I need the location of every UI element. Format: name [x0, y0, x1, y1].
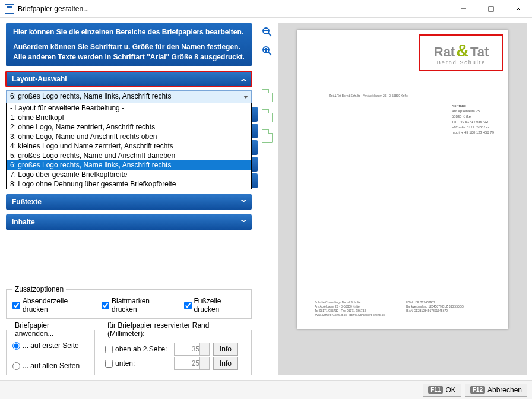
tool-column [256, 18, 278, 380]
layout-option[interactable]: 3: ohne Logo, Name und Anschrift rechts … [7, 132, 251, 141]
layout-select-list[interactable]: - Layout für erweiterte Bearbeitung - 1:… [6, 103, 252, 189]
dialog-buttonbar: F11OK F12Abbrechen [0, 380, 532, 399]
accordion-layout-label: Layout-Auswahl [12, 75, 67, 83]
layout-option[interactable]: - Layout für erweiterte Bearbeitung - [7, 103, 251, 113]
cb-margin-bottom-input[interactable] [105, 360, 113, 368]
minimize-button[interactable] [450, 0, 477, 18]
page-template-icon[interactable] [262, 129, 273, 142]
cb-sender-input[interactable] [12, 302, 20, 309]
preview-area: Rat&Tat Bernd Schulte Rat & Tat Bernd Sc… [278, 23, 527, 375]
help-line-2: Außerdem können Sie Schriftart u. Größe … [13, 42, 245, 52]
apply-legend: Briefpapier anwenden... [12, 321, 88, 338]
preview-footer: Schulte Consulting · Bernd Schulte Am Ap… [315, 300, 490, 317]
cb-sender[interactable]: Absenderzeile drucken [12, 297, 91, 314]
layout-option[interactable]: 2: ohne Logo, Name zentriert, Anschrift … [7, 122, 251, 132]
ok-button[interactable]: F11OK [423, 384, 461, 397]
cb-footer-input[interactable] [184, 302, 192, 309]
layout-select[interactable]: 6: großes Logo rechts, Name links, Ansch… [6, 90, 252, 103]
page-template-icon[interactable] [262, 89, 273, 102]
ampersand-icon: & [456, 40, 469, 61]
extras-legend: Zusatzoptionen [12, 285, 66, 293]
info-top-button[interactable]: Info [213, 343, 238, 356]
layout-select-wrap: 6: großes Logo rechts, Name links, Ansch… [6, 90, 252, 189]
app-icon [5, 4, 14, 14]
close-button[interactable] [505, 0, 532, 18]
chevron-up-icon: ︽ [241, 75, 246, 83]
radio-first[interactable]: ... auf erster Seite [12, 341, 88, 350]
cb-margin-bottom[interactable]: unten: [105, 359, 170, 368]
preview-page: Rat&Tat Bernd Schulte Rat & Tat Bernd Sc… [297, 30, 508, 329]
cb-margin-top[interactable]: oben ab 2.Seite: [105, 345, 170, 353]
svg-rect-1 [489, 7, 493, 11]
titlebar: Briefpapier gestalten... [0, 0, 532, 18]
preview-logo: Rat&Tat Bernd Schulte [423, 38, 500, 68]
maximize-button[interactable] [477, 0, 505, 18]
cb-marks[interactable]: Blattmarken drucken [102, 297, 173, 314]
cb-footer[interactable]: Fußzeile drucken [184, 297, 245, 314]
svg-line-5 [268, 33, 271, 36]
cb-margin-top-input[interactable] [105, 346, 113, 353]
layout-option[interactable]: 5: großes Logo rechts, Name und Anschrif… [7, 151, 251, 160]
accordion-content-label: Inhalte [12, 218, 35, 226]
window-title: Briefpapier gestalten... [18, 5, 89, 13]
cancel-button[interactable]: F12Abbrechen [465, 384, 527, 397]
help-banner: Hier können Sie die einzelnen Bereiche d… [6, 23, 252, 66]
help-line-3: Alle anderen Texte werden in Schriftart … [13, 52, 245, 62]
help-line-1: Hier können Sie die einzelnen Bereiche d… [13, 27, 245, 37]
layout-option[interactable]: 7: Logo über gesamte Briefkopfbreite [7, 170, 251, 179]
accordion-layout[interactable]: Layout-Auswahl ︽ [6, 71, 252, 87]
zoom-out-icon[interactable] [261, 26, 273, 38]
apply-fieldset: Briefpapier anwenden... ... auf erster S… [6, 321, 95, 375]
info-bottom-button[interactable]: Info [213, 357, 238, 370]
preview-sender: Rat & Tat Bernd Schulte · Am Apfelbaum 2… [329, 94, 408, 97]
accordion-content[interactable]: Inhalte ︾ [6, 214, 252, 230]
extras-fieldset: Zusatzoptionen Absenderzeile drucken Bla… [6, 285, 252, 319]
panel-stack-decor [252, 107, 258, 188]
spin-margin-top[interactable]: 35 [174, 343, 210, 356]
layout-option[interactable]: 8: Logo ohne Dehnung über gesamte Briefk… [7, 179, 251, 189]
svg-line-8 [268, 52, 271, 55]
zoom-in-icon[interactable] [261, 45, 273, 57]
layout-option[interactable]: 4: kleines Logo und Name zentriert, Ansc… [7, 141, 251, 151]
layout-option[interactable]: 1: ohne Briefkopf [7, 113, 251, 122]
margin-legend: für Briefpapier reservierter Rand (Milli… [105, 321, 245, 338]
page-template-icon[interactable] [262, 109, 273, 122]
accordion-footer[interactable]: Fußtexte ︾ [6, 194, 252, 210]
chevron-down-icon: ︾ [241, 198, 246, 206]
preview-contact: Kontakt: Am Apfelbaum 25 65830 Kriftel T… [452, 103, 494, 135]
margin-fieldset: für Briefpapier reservierter Rand (Milli… [99, 321, 252, 375]
radio-all[interactable]: ... auf allen Seiten [12, 362, 88, 370]
accordion-footer-label: Fußtexte [12, 198, 42, 206]
spin-margin-bottom[interactable]: 25 [174, 357, 210, 370]
cb-marks-input[interactable] [102, 302, 109, 309]
radio-all-input[interactable] [12, 362, 20, 370]
layout-option-selected[interactable]: 6: großes Logo rechts, Name links, Ansch… [7, 160, 251, 170]
chevron-down-icon: ︾ [241, 218, 246, 226]
radio-first-input[interactable] [12, 342, 20, 350]
